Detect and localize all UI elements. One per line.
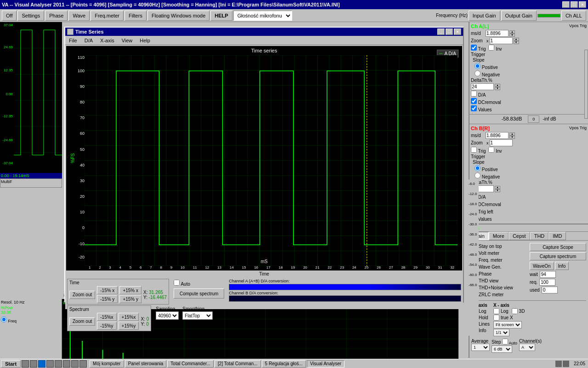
off-button[interactable]: Off [2, 11, 17, 21]
x-3d-cb[interactable] [512, 308, 518, 314]
ts-yminus-btn[interactable]: -15% y [97, 295, 118, 303]
help-button[interactable]: HELP [210, 11, 232, 21]
wave-button[interactable]: Wave [68, 11, 90, 21]
start-button[interactable]: Start [1, 360, 21, 368]
used-input[interactable] [542, 287, 558, 293]
tab-more[interactable]: More [489, 232, 509, 240]
ts-yplus-btn[interactable]: +15% y [119, 295, 141, 303]
x-fitscreen-select[interactable]: Fit screen [493, 321, 522, 328]
ch-a-zoom-input[interactable] [490, 37, 513, 44]
wait-input[interactable] [540, 271, 556, 278]
taskbar-total-commander-2[interactable]: [2] Total Comman... [215, 360, 261, 368]
ts-spec-yminus-btn[interactable]: -15%y [97, 322, 116, 330]
ch-a-positive-radio[interactable] [475, 63, 481, 69]
mic-dropdown[interactable]: Głośność mikrofonu [233, 11, 292, 21]
ch-a-deltath-down[interactable]: ▼ [495, 87, 500, 90]
output-gain-button[interactable]: Output Gain [501, 11, 537, 21]
channels-select[interactable]: A B A+B [519, 344, 535, 351]
step-select[interactable]: 6 dB 3 dB [492, 345, 512, 353]
ch-b-deltath-down[interactable]: ▼ [495, 189, 500, 192]
ch-a-values-cb[interactable] [471, 105, 477, 111]
freq-meter-button[interactable]: Freq.meter [90, 11, 124, 21]
ts-xplus-btn[interactable]: +15% x [119, 286, 141, 294]
ch-b-ms-down[interactable]: ▼ [509, 136, 515, 139]
ch-a-negative-radio[interactable] [475, 70, 481, 76]
restore-btn[interactable]: □ [571, 1, 578, 8]
req-input[interactable] [539, 279, 555, 286]
capture-scope-btn[interactable]: Capture Scope [530, 243, 586, 251]
ts-minimize-btn[interactable]: _ [437, 29, 445, 35]
ch-a-deltath-up[interactable]: ▲ [495, 84, 500, 87]
ts-restore-btn[interactable]: □ [446, 29, 453, 35]
ts-menu-file[interactable]: File [67, 37, 79, 44]
sampling-select[interactable]: 40960 [156, 311, 179, 320]
ch-b-positive-radio[interactable] [475, 165, 481, 171]
tab-cepst[interactable]: Cepst [509, 232, 530, 240]
x-log-cb[interactable] [493, 308, 499, 314]
ch-a-zoom-up[interactable]: ▲ [514, 38, 519, 41]
taskbar-my-computer[interactable]: Mój komputer [90, 360, 124, 368]
ch-b-inv-cb[interactable] [488, 147, 494, 153]
ts-menu-da[interactable]: D/A [83, 37, 95, 44]
ts-menu-view[interactable]: View [120, 37, 135, 44]
info-btn[interactable]: Info [555, 262, 569, 270]
ch-b-trig-cb[interactable] [471, 147, 477, 153]
close-btn[interactable]: × [579, 1, 586, 8]
ts-xminus-btn[interactable]: -15% x [97, 286, 118, 294]
ts-spec-xminus-btn[interactable]: -15%x [97, 313, 116, 321]
ts-spec-zoom-out-btn[interactable]: Zoom out [69, 317, 95, 326]
ch-all-button[interactable]: Ch ALL [561, 11, 586, 21]
ch-a-trig-cb[interactable] [471, 45, 477, 51]
taskbar-va[interactable]: Visual Analyser [307, 360, 345, 368]
filters-button[interactable]: Filters [124, 11, 147, 21]
freq-radio[interactable] [1, 316, 7, 322]
ch-a-vscroll[interactable] [584, 50, 588, 119]
multif-label: MultiF [1, 179, 12, 184]
x-truex-row: true X [493, 315, 525, 321]
x-log-label: Log [501, 309, 509, 314]
ts-zoom-out-btn[interactable]: Zoom out [69, 291, 95, 299]
capture-spectrum-btn[interactable]: Capture spectrum [530, 252, 586, 260]
ch-b-deltath-up[interactable]: ▲ [495, 186, 500, 189]
ch-b-zoom-input[interactable] [490, 139, 513, 146]
x-fitscreen-row: Fit screen [493, 321, 525, 328]
ch-a-inv-cb[interactable] [488, 45, 494, 51]
ch-a-dc-cb[interactable] [471, 98, 477, 104]
taskbar-my-computer-label: Mój komputer [93, 361, 121, 366]
ch-b-negative-radio[interactable] [475, 172, 481, 178]
ch-a-ms-up[interactable]: ▲ [509, 30, 515, 34]
ch-a-ms-input[interactable] [486, 30, 509, 37]
ch-a-ms-label: ms/d [471, 31, 485, 36]
ts-auto-cb[interactable] [174, 280, 180, 286]
ts-menu-xaxis[interactable]: X-axis [98, 37, 116, 44]
ts-spec-yplus-btn[interactable]: +15%y [119, 322, 139, 330]
ch-a-da-cb[interactable] [471, 91, 477, 97]
floating-windows-button[interactable]: Floating Windows mode [147, 11, 209, 21]
smoothing-select[interactable]: FlatTop Hanning Blackman None [182, 311, 213, 320]
ts-menu-help[interactable]: Help [138, 37, 152, 44]
avg-select[interactable]: 1 2 4 [471, 344, 490, 351]
input-gain-button[interactable]: Input Gain [469, 11, 500, 21]
ts-compute-spectrum-btn[interactable]: Compute spectrum [174, 288, 224, 299]
step-auto-cb[interactable] [502, 339, 508, 345]
taskbar-total-commander-1[interactable]: Total Commander... [167, 360, 214, 368]
x-truex-cb[interactable] [493, 315, 499, 321]
zero-btn[interactable]: 0 [528, 115, 539, 123]
tab-thd[interactable]: THD [530, 232, 549, 240]
tab-imd[interactable]: IMD [548, 232, 566, 240]
ch-a-ms-down[interactable]: ▼ [509, 34, 515, 37]
x-ratio-select[interactable]: 1/1 [493, 329, 509, 336]
ch-b-ms-up[interactable]: ▲ [509, 132, 515, 136]
taskbar-panel[interactable]: Panel sterowania [125, 360, 167, 368]
ch-a-deltath-input[interactable] [471, 83, 494, 90]
minimize-btn[interactable]: _ [562, 1, 570, 8]
ts-spec-xplus-btn[interactable]: +15%x [119, 313, 139, 321]
ts-close-btn[interactable]: × [454, 29, 461, 35]
taskbar-volume[interactable]: 5 Regulacja głoś... [262, 360, 306, 368]
phase-button[interactable]: Phase [45, 11, 68, 21]
ch-a-zoom-down[interactable]: ▼ [514, 41, 519, 44]
wave-on-btn[interactable]: WaveOn [530, 262, 554, 270]
settings-button[interactable]: Settings [17, 11, 44, 21]
ts-cursor-y-label: Y: [143, 295, 147, 300]
ch-b-ms-input[interactable] [486, 132, 509, 139]
